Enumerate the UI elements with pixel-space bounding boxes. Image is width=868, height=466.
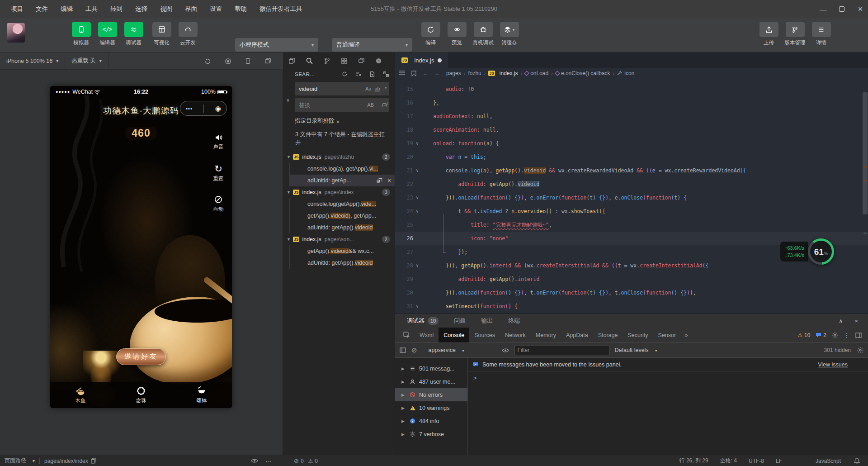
inspect-icon[interactable] <box>403 332 410 338</box>
eol[interactable]: LF <box>776 458 782 464</box>
replace-all-icon[interactable] <box>382 101 389 108</box>
whole-word-icon[interactable]: ab <box>374 86 380 91</box>
scrollbar-thumb[interactable] <box>863 92 868 214</box>
menu-item-编辑[interactable]: 编辑 <box>54 0 79 18</box>
code-line-21[interactable]: 21∨ console.log(a), getApp().videoid && … <box>395 164 868 177</box>
view-issues-link[interactable]: View issues <box>818 361 848 368</box>
devtools-tab-Network[interactable]: Network <box>500 328 531 342</box>
toolbar-button-调试器[interactable]: 调试器 <box>123 22 145 46</box>
encoding[interactable]: UTF-8 <box>749 458 764 464</box>
toolbar-button-编辑器[interactable]: </>编辑器 <box>96 22 118 46</box>
fold-chevron-icon[interactable]: ∨ <box>416 204 419 218</box>
console-prompt[interactable]: > <box>468 371 868 384</box>
problems-indicator[interactable]: ⊘0 ⚠0 <box>294 455 318 466</box>
match-case-icon[interactable]: Aa <box>365 86 371 91</box>
nav-back-icon[interactable]: ← <box>423 70 428 76</box>
menu-item-界面[interactable]: 界面 <box>179 0 203 18</box>
breadcrumb-item[interactable]: e.onClose() callback <box>556 70 610 76</box>
regex-icon[interactable]: .* <box>383 86 387 91</box>
eye-icon[interactable] <box>502 348 509 353</box>
breadcrumb-item[interactable]: pages <box>446 70 461 76</box>
search-file-row[interactable]: ▼JSindex.jspages\index3 <box>283 186 395 198</box>
unsaved-dot-icon[interactable] <box>438 58 442 62</box>
devtools-tab-Sources[interactable]: Sources <box>469 328 500 342</box>
fold-chevron-icon[interactable]: ∨ <box>416 259 419 272</box>
devtools-tab-Wxml[interactable]: Wxml <box>415 328 439 342</box>
clear-results-icon[interactable] <box>355 71 362 77</box>
code-line-24[interactable]: 24∨ t && t.isEnded ? n.overvideo() : wx.… <box>395 204 868 218</box>
collapse-results-icon[interactable] <box>383 71 389 77</box>
breadcrumb-item[interactable]: onLoad <box>525 70 548 76</box>
plugin-icon[interactable] <box>375 57 382 64</box>
side-button-声音[interactable]: 声音 <box>208 133 228 150</box>
search-icon[interactable] <box>306 57 313 65</box>
pages-icon[interactable] <box>358 57 365 64</box>
page-path-select[interactable]: 页面路径▾ pages/index/index <box>5 455 96 466</box>
menu-item-文件[interactable]: 文件 <box>29 0 54 18</box>
device-select[interactable]: iPhone 5 100% 16▾ <box>0 52 65 69</box>
code-line-25[interactable]: 25 title: "完整看完才能解锁哦~", <box>395 218 868 232</box>
search-result-row[interactable]: getApp().videoid && wx.c... <box>289 245 395 257</box>
source-control-icon[interactable] <box>324 57 330 65</box>
mode-select[interactable]: 小程序模式▾ <box>235 38 318 52</box>
compile-select[interactable]: 普通编译▾ <box>332 38 412 52</box>
toolbar-button-真机调试[interactable]: 真机调试 <box>472 22 494 46</box>
close-icon[interactable]: × <box>856 5 864 14</box>
devtools-tab-Memory[interactable]: Memory <box>531 328 561 342</box>
issues-warning-count[interactable]: ⚠10 <box>797 332 810 338</box>
code-line-17[interactable]: 17audioContext: null, <box>395 109 868 123</box>
context-select[interactable]: appservice▾ <box>429 347 496 353</box>
code-line-23[interactable]: 23∨ })).onLoad(function() {}), e.onError… <box>395 191 868 204</box>
search-result-row[interactable]: adUnitId: getAp...× <box>289 175 395 186</box>
nav-forward-icon[interactable]: → <box>434 70 440 76</box>
search-file-row[interactable]: ▼JSindex.jspages\fozhu2 <box>283 151 395 163</box>
miniapp-tab-颂钵[interactable]: 颂钵 <box>171 382 232 408</box>
issues-message-count[interactable]: 2 <box>816 332 826 338</box>
debugger-tab-问题[interactable]: 问题 <box>454 317 466 325</box>
miniapp-tab-木鱼[interactable]: 木鱼 <box>50 382 111 408</box>
language-mode[interactable]: JavaScript <box>816 455 841 466</box>
code-line-22[interactable]: 22 adUnitId: getApp().videoid <box>395 177 868 191</box>
maximize-icon[interactable] <box>839 6 844 12</box>
cursor-position[interactable]: 行 26, 列 29 <box>679 457 708 465</box>
record-icon[interactable] <box>225 58 231 65</box>
console-filter-10 warnings[interactable]: ▶10 warnings <box>395 401 467 414</box>
side-button-重置[interactable]: ↻重置 <box>208 164 228 182</box>
toolbar-button-上传[interactable]: 上传 <box>758 22 780 46</box>
toolbar-button-编译[interactable]: 编译 <box>420 22 442 46</box>
code-line-15[interactable]: 15 audio: !0 <box>395 82 868 96</box>
phone-simulator[interactable]: ●●●●● WeChat 16:22 100% 功德木鱼-大鹏源码 ••• ◉ … <box>50 86 232 408</box>
toolbar-button-详情[interactable]: 详情 <box>810 22 832 46</box>
fold-chevron-icon[interactable]: ∨ <box>416 300 419 313</box>
devtools-tab-Security[interactable]: Security <box>623 328 653 342</box>
dismiss-icon[interactable]: × <box>387 177 391 184</box>
devtools-tab-Storage[interactable]: Storage <box>593 328 623 342</box>
toolbar-button-云开发[interactable]: 云开发 <box>177 22 199 46</box>
cpu-gauge[interactable]: 61% <box>808 238 834 265</box>
watch-icon[interactable] <box>251 458 258 463</box>
console-settings-icon[interactable] <box>857 347 863 353</box>
fold-chevron-icon[interactable]: ∨ <box>416 164 419 177</box>
console-filter-484 info[interactable]: ▶484 info <box>395 414 467 428</box>
open-new-search-icon[interactable] <box>369 71 375 77</box>
toolbar-button-版本管理[interactable]: 版本管理 <box>784 22 806 46</box>
menu-item-视图[interactable]: 视图 <box>154 0 179 18</box>
search-result-row[interactable]: getApp().videoid), getApp... <box>289 210 395 222</box>
search-result-row[interactable]: adUnitId: getApp().videoid <box>289 222 395 233</box>
performance-widget[interactable]: ↑63.6K/s ↓73.4K/s 61% <box>780 238 834 265</box>
exit-icon[interactable]: ◉ <box>215 105 221 113</box>
restart-icon[interactable] <box>204 58 211 65</box>
code-line-18[interactable]: 18scoreAnimation: null, <box>395 123 868 137</box>
hot-reload-select[interactable]: 热重载 关▾ <box>65 52 108 69</box>
preserve-case-icon[interactable]: AB <box>367 102 374 108</box>
notifications-bell-icon[interactable] <box>854 455 860 466</box>
side-button-自动[interactable]: 自动 <box>208 195 228 213</box>
console-filter-501 messag...[interactable]: ▶501 messag... <box>395 362 467 375</box>
dock-side-icon[interactable] <box>855 333 862 338</box>
menu-item-转到[interactable]: 转到 <box>104 0 129 18</box>
debugger-tab-调试器[interactable]: 调试器10 <box>407 317 439 325</box>
tab-indexjs[interactable]: JS index.js <box>395 52 448 68</box>
minimize-icon[interactable]: — <box>819 5 827 13</box>
code-line-29[interactable]: 29 adUnitId: getApp().interid <box>395 272 868 286</box>
files-icon[interactable] <box>288 57 295 64</box>
